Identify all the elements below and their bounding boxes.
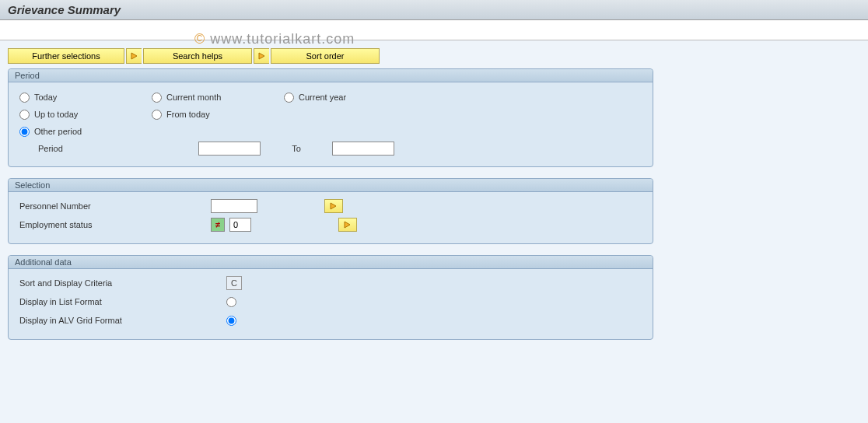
selection-toolbar: Further selections Search helps Sort ord… [8,48,860,64]
selection-legend: Selection [9,179,653,192]
further-selections-button[interactable]: Further selections [8,48,124,64]
period-other-option[interactable]: Other period [19,127,152,137]
period-today-radio[interactable] [19,93,30,103]
period-current-year-label: Current year [299,93,346,102]
personnel-number-input[interactable] [211,199,257,213]
search-helps-icon-button[interactable] [126,48,142,64]
app-toolbar-spacer [0,20,868,40]
period-group: Period Today Current month Current year [8,68,653,167]
personnel-number-multi-button[interactable] [324,199,343,213]
period-current-month-radio[interactable] [152,93,162,103]
not-equal-icon[interactable]: ≠ [211,218,225,232]
additional-data-group: Additional data Sort and Display Criteri… [8,255,653,340]
period-current-year-option[interactable]: Current year [284,93,416,103]
period-up-to-today-label: Up to today [34,110,78,119]
period-up-to-today-option[interactable]: Up to today [19,110,152,120]
sort-order-button[interactable]: Sort order [271,48,380,64]
arrow-right-icon [131,52,138,60]
period-to-label: To [265,144,327,153]
period-from-today-option[interactable]: From today [152,110,284,120]
display-list-label: Display in List Format [19,297,222,306]
period-from-today-radio[interactable] [152,110,162,120]
display-alv-label: Display in ALV Grid Format [19,316,222,325]
period-from-today-label: From today [166,110,210,119]
arrow-right-icon [344,221,352,229]
period-field-label: Period [38,144,194,153]
employment-status-label: Employment status [19,220,206,229]
search-helps-button[interactable]: Search helps [143,48,252,64]
employment-status-input[interactable] [229,218,251,232]
period-today-label: Today [34,93,57,102]
sort-display-value[interactable]: C [226,276,242,290]
display-alv-radio[interactable] [226,316,236,326]
sort-display-label: Sort and Display Criteria [19,278,222,288]
employment-status-multi-button[interactable] [338,218,357,232]
period-today-option[interactable]: Today [19,93,152,103]
period-other-label: Other period [34,127,82,136]
period-current-month-option[interactable]: Current month [152,93,284,103]
sort-order-icon-button[interactable] [254,48,269,64]
period-to-input[interactable] [332,142,394,156]
page-title: Grievance Summary [0,0,868,20]
period-other-radio[interactable] [19,127,30,137]
period-current-year-radio[interactable] [284,93,294,103]
period-current-month-label: Current month [166,93,221,102]
period-up-to-today-radio[interactable] [19,110,30,120]
selection-group: Selection Personnel Number Employment st… [8,178,653,244]
period-from-input[interactable] [198,142,261,156]
arrow-right-icon [258,52,266,60]
display-list-radio[interactable] [226,297,236,307]
personnel-number-label: Personnel Number [19,201,206,211]
period-legend: Period [9,69,653,82]
arrow-right-icon [330,202,338,210]
additional-legend: Additional data [9,256,653,269]
